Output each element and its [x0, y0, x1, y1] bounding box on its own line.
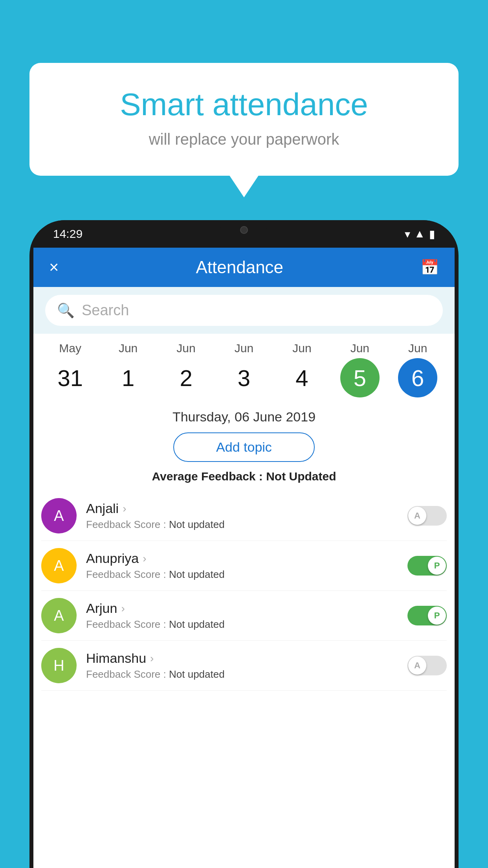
- avg-feedback: Average Feedback : Not Updated: [33, 466, 455, 491]
- student-avatar-3: H: [41, 648, 77, 683]
- date-col-6[interactable]: Jun6: [392, 342, 443, 397]
- date-row: May31Jun1Jun2Jun3Jun4Jun5Jun6: [41, 342, 447, 397]
- student-chevron-0: ›: [123, 502, 126, 515]
- date-month-5: Jun: [350, 342, 369, 355]
- date-num-0: 31: [51, 358, 90, 397]
- toggle-knob-1: P: [428, 557, 446, 575]
- avg-feedback-label: Average Feedback :: [152, 470, 266, 483]
- phone-notch: [220, 220, 268, 240]
- student-chevron-3: ›: [150, 652, 154, 665]
- student-name-2: Arjun ›: [86, 601, 407, 616]
- search-bar-container: 🔍 Search: [33, 287, 455, 334]
- battery-icon: ▮: [429, 228, 435, 241]
- status-icons: ▾ ▲ ▮: [405, 228, 435, 241]
- student-avatar-0: A: [41, 498, 77, 533]
- close-button[interactable]: ×: [49, 258, 59, 277]
- speech-bubble: Smart attendance will replace your paper…: [29, 63, 459, 176]
- student-feedback-3: Feedback Score : Not updated: [86, 668, 407, 680]
- student-info-0: Anjali ›Feedback Score : Not updated: [86, 501, 407, 531]
- avg-feedback-value: Not Updated: [266, 470, 336, 483]
- date-month-6: Jun: [408, 342, 427, 355]
- student-item-2[interactable]: AArjun ›Feedback Score : Not updatedP: [41, 591, 447, 641]
- date-month-3: Jun: [235, 342, 253, 355]
- date-col-2[interactable]: Jun2: [161, 342, 212, 397]
- hero-title: Smart attendance: [61, 86, 427, 123]
- search-bar[interactable]: 🔍 Search: [45, 295, 443, 326]
- student-chevron-1: ›: [143, 552, 146, 565]
- student-info-1: Anupriya ›Feedback Score : Not updated: [86, 551, 407, 581]
- date-col-1[interactable]: Jun1: [103, 342, 154, 397]
- toggle-knob-3: A: [408, 657, 426, 675]
- student-item-1[interactable]: AAnupriya ›Feedback Score : Not updatedP: [41, 541, 447, 591]
- student-chevron-2: ›: [121, 602, 125, 615]
- date-num-5: 5: [340, 358, 380, 397]
- wifi-icon: ▾: [405, 228, 410, 241]
- attendance-toggle-3[interactable]: A: [407, 656, 447, 675]
- attendance-toggle-2[interactable]: P: [407, 606, 447, 625]
- camera: [240, 226, 248, 234]
- date-col-0[interactable]: May31: [45, 342, 96, 397]
- calendar-icon[interactable]: 📅: [420, 259, 439, 276]
- student-item-3[interactable]: HHimanshu ›Feedback Score : Not updatedA: [41, 641, 447, 691]
- toggle-knob-2: P: [428, 607, 446, 625]
- selected-date-label: Thursday, 06 June 2019: [33, 401, 455, 428]
- student-info-2: Arjun ›Feedback Score : Not updated: [86, 601, 407, 631]
- date-num-1: 1: [108, 358, 148, 397]
- student-name-1: Anupriya ›: [86, 551, 407, 566]
- app-title: Attendance: [59, 257, 420, 277]
- app-header: × Attendance 📅: [33, 248, 455, 287]
- date-col-5[interactable]: Jun5: [334, 342, 385, 397]
- search-icon: 🔍: [57, 302, 75, 319]
- status-bar: 14:29 ▾ ▲ ▮: [29, 220, 459, 248]
- date-num-4: 4: [282, 358, 321, 397]
- add-topic-button[interactable]: Add topic: [173, 432, 315, 462]
- student-feedback-0: Feedback Score : Not updated: [86, 519, 407, 531]
- student-avatar-2: A: [41, 598, 77, 633]
- date-num-3: 3: [224, 358, 264, 397]
- date-row-container: May31Jun1Jun2Jun3Jun4Jun5Jun6: [33, 334, 455, 401]
- date-month-2: Jun: [176, 342, 195, 355]
- hero-subtitle: will replace your paperwork: [61, 131, 427, 148]
- date-month-0: May: [59, 342, 81, 355]
- date-col-3[interactable]: Jun3: [218, 342, 270, 397]
- date-num-2: 2: [167, 358, 206, 397]
- attendance-toggle-1[interactable]: P: [407, 556, 447, 576]
- signal-icon: ▲: [414, 228, 425, 240]
- app-screen: × Attendance 📅 🔍 Search May31Jun1Jun2Jun…: [33, 248, 455, 868]
- search-placeholder[interactable]: Search: [82, 302, 431, 319]
- phone-time: 14:29: [53, 227, 83, 241]
- student-info-3: Himanshu ›Feedback Score : Not updated: [86, 651, 407, 680]
- student-feedback-2: Feedback Score : Not updated: [86, 618, 407, 631]
- date-num-6: 6: [398, 358, 437, 397]
- student-avatar-1: A: [41, 548, 77, 583]
- date-month-4: Jun: [292, 342, 311, 355]
- student-feedback-1: Feedback Score : Not updated: [86, 568, 407, 581]
- student-name-3: Himanshu ›: [86, 651, 407, 666]
- toggle-knob-0: A: [408, 507, 426, 525]
- attendance-toggle-0[interactable]: A: [407, 506, 447, 526]
- date-month-1: Jun: [119, 342, 138, 355]
- student-list: AAnjali ›Feedback Score : Not updatedAAA…: [33, 491, 455, 691]
- phone-frame: 14:29 ▾ ▲ ▮ × Attendance 📅 🔍 Search May3…: [29, 220, 459, 868]
- date-col-4[interactable]: Jun4: [276, 342, 327, 397]
- student-name-0: Anjali ›: [86, 501, 407, 516]
- student-item-0[interactable]: AAnjali ›Feedback Score : Not updatedA: [41, 491, 447, 541]
